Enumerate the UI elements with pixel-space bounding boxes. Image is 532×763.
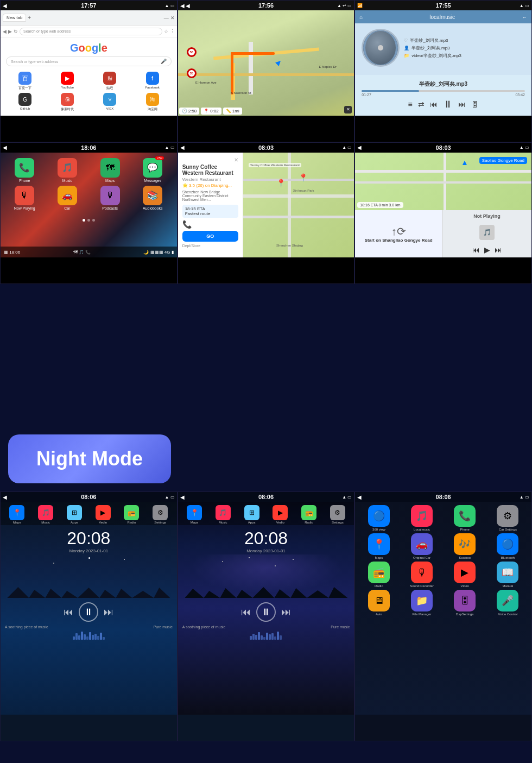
night-app-music-2[interactable]: 🎵 Music — [216, 505, 231, 524]
app-soundrec[interactable]: 🎙 Sound Recorder — [401, 562, 442, 588]
close-icon[interactable]: ✕ — [170, 15, 175, 21]
back-icon-4[interactable]: ◀ — [3, 144, 7, 150]
app-audiobooks[interactable]: 📚 Audiobooks — [133, 186, 173, 210]
phone-icon-map[interactable]: 📞 — [182, 220, 192, 229]
direction-text: Start on Shangliao Gongye Road — [365, 238, 433, 243]
google-search-box[interactable]: Search or type web address 🎤 — [6, 56, 172, 66]
back-icon-music[interactable]: ← — [522, 14, 527, 20]
shortcut-viex[interactable]: V VIEX — [90, 93, 130, 112]
app-filemanager[interactable]: 📁 File Manager — [401, 590, 442, 616]
shortcut-github[interactable]: G GitHub — [5, 93, 45, 112]
back-icon-1[interactable]: ◀ — [3, 3, 7, 9]
app-dspsettings[interactable]: 🎛 DspSettings — [445, 590, 485, 616]
app-voicecontrol[interactable]: 🎤 Voice Control — [487, 590, 528, 616]
shortcut-pixel[interactable]: 像 像素时代 — [47, 93, 87, 112]
shortcut-baidu[interactable]: 百 百度一下 — [5, 72, 45, 91]
app-car[interactable]: 🚗 Car — [48, 186, 87, 210]
close-sidebar-btn[interactable]: ✕ — [234, 157, 238, 163]
night-app-music[interactable]: 🎵 Music — [38, 505, 53, 524]
app-originalcar[interactable]: 🚗 Original Car — [401, 533, 442, 559]
shortcut-facebook[interactable]: f Facebook — [132, 72, 172, 91]
app-phone[interactable]: 📞 Phone — [5, 158, 45, 182]
carplay-home-screen: ◀ 18:06 ▲ ▭ 📞 Phone 🎵 Music 🗺 Ma — [0, 142, 178, 285]
close-map-btn[interactable]: ✕ — [344, 106, 352, 113]
night-app-maps-2[interactable]: 📍 Maps — [187, 505, 202, 524]
app-video-grid[interactable]: ▶ Video — [445, 562, 485, 588]
night-app-apps[interactable]: ⊞ Apps — [67, 505, 82, 524]
bookmark-icon[interactable]: ☆ — [164, 29, 168, 34]
app-360view[interactable]: 🔵 360 view — [358, 505, 399, 531]
app-music[interactable]: 🎵 Music — [48, 158, 87, 182]
back-icon-5[interactable]: ◀ — [180, 144, 185, 150]
nav-forward-icon[interactable]: ▶ — [8, 29, 12, 34]
app-bluetooth[interactable]: 🔵 Bluetooth — [487, 533, 528, 559]
status-icons-3: ▲ ▭ — [520, 3, 529, 8]
night-next-1[interactable]: ⏭ — [104, 607, 113, 618]
night-play-1[interactable]: ⏸ — [79, 602, 98, 622]
nav-back-icon[interactable]: ◀ — [3, 29, 7, 34]
night-app-settings[interactable]: ⚙ Settings — [153, 505, 168, 524]
address-bar[interactable]: Search or type web address — [20, 28, 162, 35]
status-bar-7: ◀ 08:06 ▲ ▭ — [1, 492, 177, 502]
shortcut-taobao[interactable]: 淘 淘宝网 — [132, 93, 172, 112]
night-app-maps[interactable]: 📍 Maps — [9, 505, 24, 524]
app-phone-grid[interactable]: 📞 Phone — [445, 505, 485, 531]
app-radio-grid[interactable]: 📻 Radio — [358, 562, 399, 588]
shortcut-youtube[interactable]: ▶ YouTube — [47, 72, 87, 91]
back-icon-2[interactable]: ◀ ◀ — [180, 3, 191, 9]
minimize-icon[interactable]: — — [164, 15, 169, 21]
app-avin[interactable]: 🖥 Avin — [358, 590, 399, 616]
status-bar-3: 📶 17:55 ▲ ▭ — [355, 1, 531, 10]
voice-search-icon[interactable]: 🎤 — [161, 59, 167, 64]
next-btn[interactable]: ⏭ — [458, 100, 466, 109]
back-icon-6[interactable]: ◀ — [357, 144, 362, 150]
maps-sidebar: ✕ Sunny Coffee Western Restaurant Wester… — [178, 153, 243, 258]
night-app-video-2[interactable]: ▶ Vedio — [273, 505, 288, 524]
new-tab[interactable]: New tab — [3, 14, 26, 22]
app-maps[interactable]: 🗺 Maps — [90, 158, 130, 182]
status-bar-9: ◀ 08:06 ▲ ▭ — [355, 492, 531, 502]
next-mini[interactable]: ⏭ — [495, 245, 502, 254]
night-app-video[interactable]: ▶ Vedio — [96, 505, 111, 524]
app-carsettings[interactable]: ⚙ Car Settings — [487, 505, 528, 531]
app-messages[interactable]: 💬 259 Messages — [133, 158, 173, 182]
prev-mini[interactable]: ⏮ — [472, 245, 480, 254]
eq-btn[interactable]: 🎛 — [471, 100, 479, 109]
nav-music-panel: Not Playing 🎵 ⏮ ▶ ⏭ — [442, 210, 531, 257]
current-song: 半壶纱_刘珂矣.mp3 — [362, 80, 525, 88]
shuffle-btn[interactable]: ⇄ — [418, 100, 425, 109]
new-tab-button[interactable]: + — [28, 15, 31, 21]
night-prev-1[interactable]: ⏮ — [64, 607, 73, 618]
go-button[interactable]: GO — [182, 231, 238, 242]
menu-icon[interactable]: ⋮ — [170, 29, 175, 34]
playlist-btn[interactable]: ≡ — [408, 100, 413, 109]
night-app-radio[interactable]: 📻 Radio — [124, 505, 139, 524]
home-icon-music[interactable]: ⌂ — [359, 14, 363, 20]
night-play-2[interactable]: ⏸ — [256, 602, 276, 622]
app-localmusic[interactable]: 🎵 Localmusic — [401, 505, 442, 531]
map-pin-1: 📍 — [276, 179, 286, 187]
night-app-radio-2[interactable]: 📻 Radio — [301, 505, 316, 524]
app-manual[interactable]: 📖 Manual — [487, 562, 528, 588]
not-playing-label: Not Playing — [473, 213, 501, 219]
app-nowplaying[interactable]: 🎙 Now Playing — [5, 186, 45, 210]
night-app-apps-2[interactable]: ⊞ Apps — [244, 505, 259, 524]
night-date-1: Monday 2023-01-01 — [1, 548, 177, 553]
prev-btn[interactable]: ⏮ — [430, 100, 438, 109]
nav-direction-panel: ↑⟳ Start on Shangliao Gongye Road — [355, 210, 442, 257]
shortcut-tieba[interactable]: 贴 贴吧 — [90, 72, 130, 91]
play-btn[interactable]: ⏸ — [443, 99, 453, 110]
status-icons-5: ▲ ▭ — [342, 145, 352, 150]
night-app-settings-2[interactable]: ⚙ Settings — [330, 505, 345, 524]
app-kuwooo[interactable]: 🎶 Kuwooo — [445, 533, 485, 559]
app-grid-carplay: 📞 Phone 🎵 Music 🗺 Maps 💬 259 — [1, 153, 177, 216]
large-app-grid: 🔵 360 view 🎵 Localmusic 📞 Phone ⚙ Car Se… — [355, 502, 531, 619]
play-mini[interactable]: ▶ — [484, 245, 490, 254]
app-podcasts[interactable]: 🎙 Podcasts — [90, 186, 130, 210]
night-next-2[interactable]: ⏭ — [281, 607, 291, 618]
shortcuts-grid: 百 百度一下 ▶ YouTube 贴 贴吧 f Facebook G Git — [1, 70, 177, 114]
app-maps-grid[interactable]: 📍 Maps — [358, 533, 399, 559]
place-address: Shenzhen New Bridge Community Eastern Di… — [182, 190, 238, 201]
night-prev-2[interactable]: ⏮ — [241, 607, 251, 618]
nav-refresh-icon[interactable]: ↻ — [14, 29, 18, 34]
